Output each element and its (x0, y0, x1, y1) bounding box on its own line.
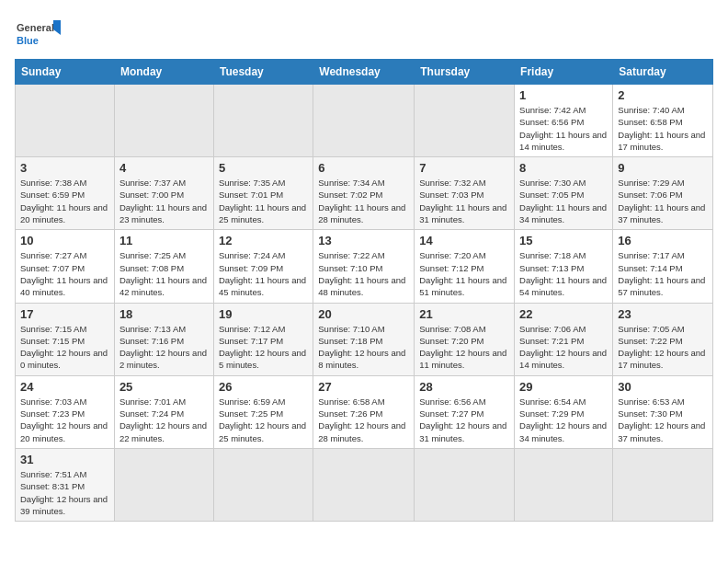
calendar-cell: 3Sunrise: 7:38 AM Sunset: 6:59 PM Daylig… (16, 157, 115, 230)
calendar-cell: 10Sunrise: 7:27 AM Sunset: 7:07 PM Dayli… (16, 230, 115, 303)
day-number: 15 (519, 234, 608, 247)
calendar-cell: 18Sunrise: 7:13 AM Sunset: 7:16 PM Dayli… (114, 303, 213, 375)
day-info: Sunrise: 7:08 AM Sunset: 7:20 PM Dayligh… (419, 323, 509, 372)
weekday-header-saturday: Saturday (613, 60, 713, 85)
day-info: Sunrise: 7:17 AM Sunset: 7:14 PM Dayligh… (618, 249, 708, 298)
day-info: Sunrise: 7:13 AM Sunset: 7:16 PM Dayligh… (119, 323, 209, 372)
day-number: 17 (20, 307, 109, 321)
calendar-cell: 2Sunrise: 7:40 AM Sunset: 6:58 PM Daylig… (613, 85, 713, 157)
calendar-week-1: 1Sunrise: 7:42 AM Sunset: 6:56 PM Daylig… (16, 85, 713, 157)
day-number: 25 (119, 380, 209, 394)
day-number: 10 (20, 234, 109, 247)
calendar-week-5: 24Sunrise: 7:03 AM Sunset: 7:23 PM Dayli… (16, 375, 713, 448)
day-info: Sunrise: 6:59 AM Sunset: 7:25 PM Dayligh… (219, 396, 308, 444)
calendar-cell: 13Sunrise: 7:22 AM Sunset: 7:10 PM Dayli… (313, 230, 415, 303)
day-info: Sunrise: 7:22 AM Sunset: 7:10 PM Dayligh… (318, 249, 409, 298)
calendar-cell: 21Sunrise: 7:08 AM Sunset: 7:20 PM Dayli… (415, 303, 515, 375)
calendar-cell: 9Sunrise: 7:29 AM Sunset: 7:06 PM Daylig… (613, 157, 713, 230)
day-number: 2 (618, 88, 708, 102)
weekday-header-tuesday: Tuesday (213, 60, 313, 85)
logo: General Blue (15, 15, 61, 52)
day-info: Sunrise: 7:12 AM Sunset: 7:17 PM Dayligh… (219, 323, 308, 372)
day-number: 3 (20, 161, 109, 175)
calendar-cell: 15Sunrise: 7:18 AM Sunset: 7:13 PM Dayli… (515, 230, 613, 303)
calendar-cell: 20Sunrise: 7:10 AM Sunset: 7:18 PM Dayli… (313, 303, 415, 375)
day-number: 19 (219, 307, 308, 321)
day-info: Sunrise: 7:01 AM Sunset: 7:24 PM Dayligh… (119, 396, 209, 444)
calendar-cell: 8Sunrise: 7:30 AM Sunset: 7:05 PM Daylig… (515, 157, 613, 230)
day-info: Sunrise: 7:03 AM Sunset: 7:23 PM Dayligh… (20, 396, 109, 444)
day-info: Sunrise: 7:32 AM Sunset: 7:03 PM Dayligh… (419, 177, 509, 225)
calendar-cell: 27Sunrise: 6:58 AM Sunset: 7:26 PM Dayli… (313, 375, 415, 448)
calendar-week-2: 3Sunrise: 7:38 AM Sunset: 6:59 PM Daylig… (16, 157, 713, 230)
header: General Blue (15, 15, 713, 52)
day-number: 26 (219, 380, 308, 394)
day-number: 6 (318, 161, 409, 175)
day-number: 21 (419, 307, 509, 321)
day-number: 31 (20, 453, 109, 466)
day-info: Sunrise: 7:40 AM Sunset: 6:58 PM Dayligh… (618, 104, 708, 153)
day-number: 4 (119, 161, 209, 175)
calendar-cell: 26Sunrise: 6:59 AM Sunset: 7:25 PM Dayli… (213, 375, 313, 448)
calendar-cell: 22Sunrise: 7:06 AM Sunset: 7:21 PM Dayli… (515, 303, 613, 375)
calendar-cell (313, 448, 415, 521)
calendar-week-6: 31Sunrise: 7:51 AM Sunset: 8:31 PM Dayli… (16, 448, 713, 521)
calendar-cell: 28Sunrise: 6:56 AM Sunset: 7:27 PM Dayli… (415, 375, 515, 448)
calendar-cell: 6Sunrise: 7:34 AM Sunset: 7:02 PM Daylig… (313, 157, 415, 230)
calendar-cell: 30Sunrise: 6:53 AM Sunset: 7:30 PM Dayli… (613, 375, 713, 448)
calendar-cell (213, 85, 313, 157)
day-info: Sunrise: 6:53 AM Sunset: 7:30 PM Dayligh… (618, 396, 708, 444)
calendar-cell: 25Sunrise: 7:01 AM Sunset: 7:24 PM Dayli… (114, 375, 213, 448)
day-number: 29 (519, 380, 608, 394)
day-number: 11 (119, 234, 209, 247)
day-number: 23 (618, 307, 708, 321)
day-number: 24 (20, 380, 109, 394)
calendar-week-3: 10Sunrise: 7:27 AM Sunset: 7:07 PM Dayli… (16, 230, 713, 303)
weekday-header-row: SundayMondayTuesdayWednesdayThursdayFrid… (16, 60, 713, 85)
day-number: 12 (219, 234, 308, 247)
day-info: Sunrise: 7:42 AM Sunset: 6:56 PM Dayligh… (519, 104, 608, 153)
day-number: 13 (318, 234, 409, 247)
day-info: Sunrise: 7:18 AM Sunset: 7:13 PM Dayligh… (519, 249, 608, 298)
day-number: 18 (119, 307, 209, 321)
calendar-cell: 24Sunrise: 7:03 AM Sunset: 7:23 PM Dayli… (16, 375, 115, 448)
calendar-cell: 4Sunrise: 7:37 AM Sunset: 7:00 PM Daylig… (114, 157, 213, 230)
day-info: Sunrise: 7:10 AM Sunset: 7:18 PM Dayligh… (318, 323, 409, 372)
day-info: Sunrise: 6:58 AM Sunset: 7:26 PM Dayligh… (318, 396, 409, 444)
calendar-cell (515, 448, 613, 521)
calendar-cell: 19Sunrise: 7:12 AM Sunset: 7:17 PM Dayli… (213, 303, 313, 375)
day-info: Sunrise: 7:25 AM Sunset: 7:08 PM Dayligh… (119, 249, 209, 298)
calendar-cell: 31Sunrise: 7:51 AM Sunset: 8:31 PM Dayli… (16, 448, 115, 521)
logo-svg: General Blue (15, 15, 61, 52)
day-number: 28 (419, 380, 509, 394)
calendar-cell: 29Sunrise: 6:54 AM Sunset: 7:29 PM Dayli… (515, 375, 613, 448)
svg-text:Blue: Blue (17, 35, 39, 46)
calendar-cell (613, 448, 713, 521)
day-number: 5 (219, 161, 308, 175)
day-info: Sunrise: 7:20 AM Sunset: 7:12 PM Dayligh… (419, 249, 509, 298)
calendar-cell: 23Sunrise: 7:05 AM Sunset: 7:22 PM Dayli… (613, 303, 713, 375)
calendar-cell: 7Sunrise: 7:32 AM Sunset: 7:03 PM Daylig… (415, 157, 515, 230)
day-number: 8 (519, 161, 608, 175)
day-info: Sunrise: 7:34 AM Sunset: 7:02 PM Dayligh… (318, 177, 409, 225)
day-info: Sunrise: 7:15 AM Sunset: 7:15 PM Dayligh… (20, 323, 109, 372)
calendar-cell (415, 448, 515, 521)
day-info: Sunrise: 7:30 AM Sunset: 7:05 PM Dayligh… (519, 177, 608, 225)
calendar-cell: 12Sunrise: 7:24 AM Sunset: 7:09 PM Dayli… (213, 230, 313, 303)
calendar-cell: 14Sunrise: 7:20 AM Sunset: 7:12 PM Dayli… (415, 230, 515, 303)
svg-text:General: General (17, 22, 54, 33)
day-number: 22 (519, 307, 608, 321)
svg-marker-2 (53, 20, 61, 35)
day-number: 7 (419, 161, 509, 175)
day-number: 30 (618, 380, 708, 394)
calendar-cell (213, 448, 313, 521)
day-info: Sunrise: 7:24 AM Sunset: 7:09 PM Dayligh… (219, 249, 308, 298)
weekday-header-thursday: Thursday (415, 60, 515, 85)
weekday-header-sunday: Sunday (16, 60, 115, 85)
weekday-header-wednesday: Wednesday (313, 60, 415, 85)
calendar-cell: 11Sunrise: 7:25 AM Sunset: 7:08 PM Dayli… (114, 230, 213, 303)
weekday-header-monday: Monday (114, 60, 213, 85)
calendar-week-4: 17Sunrise: 7:15 AM Sunset: 7:15 PM Dayli… (16, 303, 713, 375)
day-info: Sunrise: 7:27 AM Sunset: 7:07 PM Dayligh… (20, 249, 109, 298)
calendar-cell (114, 448, 213, 521)
